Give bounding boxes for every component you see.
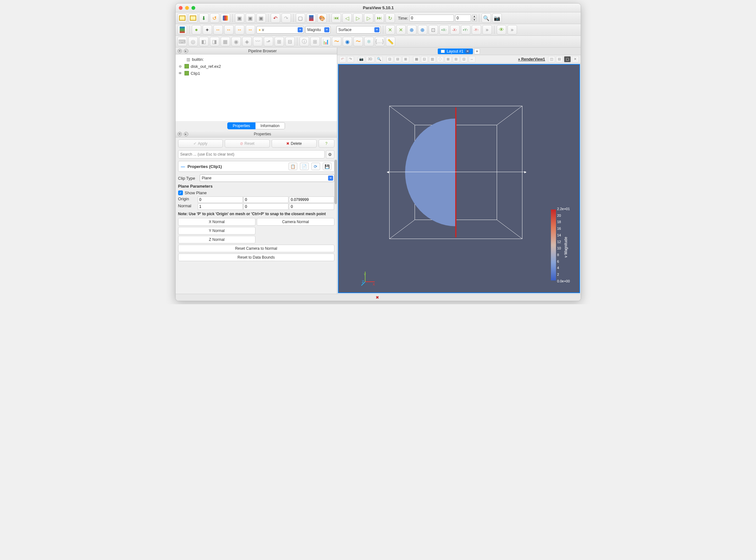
origin-x-input[interactable] bbox=[198, 197, 243, 203]
plot-over-line-button[interactable]: 〜 bbox=[332, 37, 341, 46]
delete-button[interactable]: ✖Delete bbox=[272, 139, 317, 148]
time-step-down[interactable]: ▼ bbox=[472, 18, 477, 22]
zoom-closest-button[interactable]: ⊕ bbox=[418, 25, 427, 35]
split-v-button[interactable]: ⊟ bbox=[556, 56, 563, 62]
origin-z-input[interactable] bbox=[289, 197, 334, 203]
clear-selection-button[interactable]: ⊡ bbox=[461, 56, 467, 62]
copy-button[interactable]: 📋 bbox=[289, 163, 297, 170]
z-normal-button[interactable]: Z Normal bbox=[178, 236, 256, 243]
component-select[interactable]: Magnitu bbox=[305, 26, 331, 34]
render-view-label[interactable]: » RenderView1 bbox=[518, 57, 545, 61]
interactive-select-button[interactable]: ⊡ bbox=[421, 56, 428, 62]
disconnect-button[interactable]: ▣ bbox=[246, 13, 255, 23]
time-value-input[interactable] bbox=[410, 15, 454, 22]
maximize-window-icon[interactable] bbox=[192, 6, 195, 10]
first-frame-button[interactable]: ⏮ bbox=[332, 13, 341, 23]
representation-select[interactable]: Surface bbox=[336, 26, 381, 34]
minimize-window-icon[interactable] bbox=[185, 6, 189, 10]
undo-button[interactable]: ↶ bbox=[271, 13, 280, 23]
rescale-range-button[interactable]: ↔ bbox=[213, 25, 223, 35]
save-section-button[interactable]: 💾 bbox=[323, 163, 332, 170]
redo-button[interactable]: ↷ bbox=[281, 13, 291, 23]
warp-filter-button[interactable]: ⬏ bbox=[264, 37, 273, 46]
properties-section-header[interactable]: — Properties (Clip1) 📋 📄 ⟳ 💾 bbox=[178, 161, 334, 172]
zoom-to-data-button[interactable]: ✕ bbox=[396, 25, 406, 35]
plus-x-button[interactable]: +X↑ bbox=[439, 25, 449, 35]
reset-camera-normal-button[interactable]: Reset Camera to Normal bbox=[178, 245, 334, 252]
prev-frame-button[interactable]: ◁ bbox=[342, 13, 352, 23]
visibility-toggle-icon[interactable]: 👁 bbox=[178, 71, 183, 76]
screenshot-view-button[interactable]: 📷 bbox=[358, 56, 365, 62]
loop-button[interactable]: ↻ bbox=[385, 13, 395, 23]
last-frame-button[interactable]: ⏭ bbox=[375, 13, 384, 23]
reload-section-button[interactable]: ⟳ bbox=[311, 163, 320, 170]
probe-button[interactable]: ◉ bbox=[343, 37, 352, 46]
pipeline-detach-button[interactable]: ▸ bbox=[184, 49, 188, 53]
contour-filter-button[interactable]: ◎ bbox=[188, 37, 198, 46]
color-by-button[interactable]: ● bbox=[192, 25, 201, 35]
rescale-button[interactable]: ✦ bbox=[202, 25, 212, 35]
select-block-button[interactable]: ▦ bbox=[413, 56, 420, 62]
threshold-filter-button[interactable]: ▦ bbox=[221, 37, 230, 46]
hover-points-button[interactable]: ⁛ bbox=[437, 56, 444, 62]
pipeline-browser[interactable]: ▥ builtin: ⊖ disk_out_ref.ex2 👁 Clip1 bbox=[176, 55, 337, 121]
color-legend-button[interactable] bbox=[306, 13, 316, 23]
close-view-button[interactable]: ✕ bbox=[572, 56, 579, 62]
glyph-filter-button[interactable]: ◈ bbox=[242, 37, 252, 46]
close-layout-icon[interactable]: ✕ bbox=[465, 49, 470, 54]
scalar-bar-button[interactable] bbox=[178, 25, 187, 35]
reset-bounds-button[interactable]: Reset to Data Bounds bbox=[178, 254, 334, 261]
info-button[interactable]: ⓘ bbox=[300, 37, 309, 46]
toolbar-overflow-1[interactable]: » bbox=[482, 25, 492, 35]
properties-search-input[interactable] bbox=[178, 150, 325, 158]
x-normal-button[interactable]: X Normal bbox=[178, 218, 256, 226]
origin-y-input[interactable] bbox=[243, 197, 289, 203]
help-button[interactable]: ? bbox=[319, 139, 334, 148]
apply-button[interactable]: ✔Apply bbox=[178, 139, 223, 148]
ruler-button[interactable]: 📏 bbox=[386, 37, 395, 46]
toggle-selection-button[interactable]: ↔ bbox=[469, 56, 476, 62]
temporal-button[interactable]: 〜 bbox=[354, 37, 363, 46]
shrink-selection-button[interactable]: ⊟ bbox=[453, 56, 460, 62]
camera-button[interactable]: 📷 bbox=[492, 13, 502, 23]
tab-information[interactable]: Information bbox=[256, 122, 285, 129]
zoom-box-button[interactable]: ⊡ bbox=[429, 25, 438, 35]
open-file-button[interactable] bbox=[178, 13, 187, 23]
pipeline-item-1[interactable]: 👁 Clip1 bbox=[178, 70, 334, 77]
close-window-icon[interactable] bbox=[179, 6, 183, 10]
brackets-button[interactable]: {…} bbox=[375, 37, 384, 46]
stream-filter-button[interactable]: 〰 bbox=[253, 37, 262, 46]
rescale-temporal-button[interactable]: ↔ bbox=[235, 25, 244, 35]
collapse-icon[interactable]: — bbox=[181, 164, 185, 169]
screenshot-button[interactable]: 🔍 bbox=[481, 13, 491, 23]
add-layout-button[interactable]: + bbox=[474, 48, 480, 54]
layout-tab[interactable]: Layout #1 ✕ bbox=[438, 48, 473, 54]
minus-y-button[interactable]: -Y↑ bbox=[472, 25, 481, 35]
advanced-toggle-button[interactable]: ⚙ bbox=[326, 150, 334, 158]
normal-x-input[interactable] bbox=[198, 203, 243, 210]
extract-filter-button[interactable]: ◉ bbox=[232, 37, 241, 46]
properties-close-button[interactable]: ✕ bbox=[178, 132, 182, 136]
3d-mode-button[interactable]: 3D bbox=[366, 56, 375, 62]
connect-button[interactable]: ▣ bbox=[235, 13, 244, 23]
zoom-fit-button[interactable]: ⊕ bbox=[407, 25, 417, 35]
calculator-filter-button[interactable]: ⌨ bbox=[178, 37, 187, 46]
paste-button[interactable]: 📄 bbox=[300, 163, 309, 170]
adjust-camera-button[interactable]: 🔍 bbox=[376, 56, 383, 62]
save-data-button[interactable]: ⬇ bbox=[199, 13, 208, 23]
select-cells-button[interactable]: ⊡ bbox=[386, 56, 393, 62]
select-cells-through-button[interactable]: ⊞ bbox=[402, 56, 409, 62]
visibility-toggle-icon[interactable]: ⊖ bbox=[178, 64, 183, 68]
rescale-custom-button[interactable]: ↔ bbox=[224, 25, 234, 35]
camera-undo-button[interactable]: ↶ bbox=[339, 56, 346, 62]
reset-camera-button[interactable]: ✕ bbox=[385, 25, 395, 35]
view-options-button[interactable]: 👁 bbox=[497, 25, 506, 35]
minus-x-button[interactable]: -X↑ bbox=[450, 25, 460, 35]
box-button[interactable]: ▢ bbox=[296, 13, 305, 23]
split-h-button[interactable]: ◫ bbox=[548, 56, 555, 62]
camera-redo-button[interactable]: ↷ bbox=[347, 56, 354, 62]
time-step-up[interactable]: ▲ bbox=[472, 15, 477, 18]
pipeline-root[interactable]: ▥ builtin: bbox=[178, 56, 334, 63]
palette-button[interactable]: 🎨 bbox=[317, 13, 327, 23]
plus-y-button[interactable]: +Y↑ bbox=[461, 25, 471, 35]
